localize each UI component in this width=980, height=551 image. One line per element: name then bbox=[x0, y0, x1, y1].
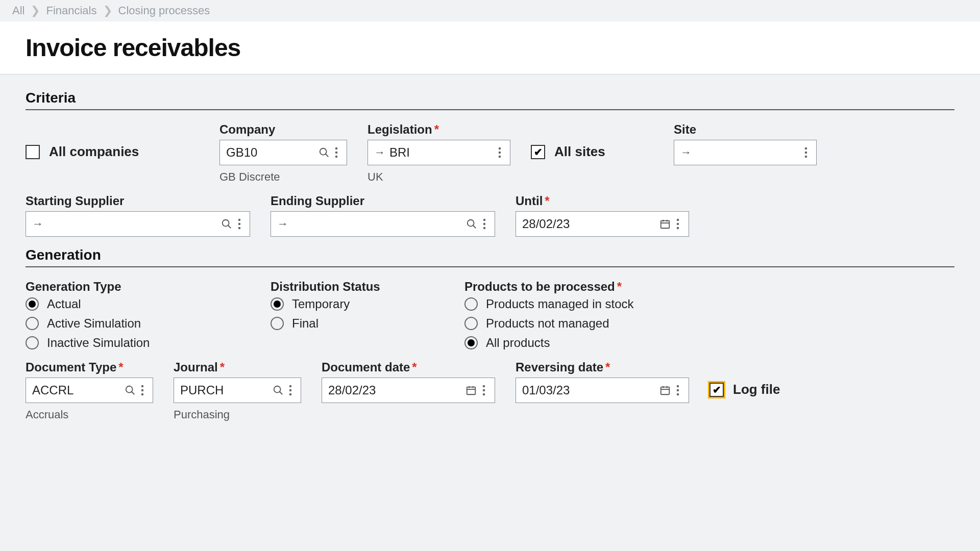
svg-point-25 bbox=[677, 219, 679, 221]
svg-point-11 bbox=[223, 220, 229, 227]
svg-point-49 bbox=[677, 385, 679, 388]
section-title-criteria: Criteria bbox=[26, 90, 954, 106]
breadcrumb-item-all[interactable]: All bbox=[12, 4, 24, 17]
page-header: Invoice receivables bbox=[0, 21, 980, 74]
legislation-hint: UK bbox=[368, 170, 510, 184]
arrow-right-icon: → bbox=[374, 146, 385, 159]
more-icon[interactable] bbox=[672, 216, 684, 232]
all-companies-field: All companies bbox=[26, 144, 199, 160]
reversing-date-field: Reversing date* bbox=[516, 360, 689, 403]
ending-supplier-input[interactable] bbox=[292, 217, 465, 231]
all-companies-label: All companies bbox=[49, 144, 139, 160]
search-icon[interactable] bbox=[273, 383, 285, 398]
all-sites-label: All sites bbox=[554, 144, 605, 160]
generation-type-field: Generation Type Actual Active Simulation… bbox=[26, 280, 250, 350]
company-input-wrap bbox=[219, 140, 347, 165]
svg-point-20 bbox=[483, 227, 486, 230]
legislation-input[interactable] bbox=[389, 145, 494, 160]
more-icon[interactable] bbox=[800, 145, 812, 160]
more-icon[interactable] bbox=[330, 145, 342, 160]
site-input[interactable] bbox=[696, 145, 800, 160]
calendar-icon[interactable] bbox=[659, 216, 672, 232]
starting-supplier-input[interactable] bbox=[47, 217, 220, 231]
distribution-status-field: Distribution Status Temporary Final bbox=[271, 280, 444, 331]
document-date-label: Document date* bbox=[322, 360, 495, 374]
reversing-date-input[interactable] bbox=[522, 383, 659, 397]
reversing-date-label: Reversing date* bbox=[516, 360, 689, 374]
svg-point-43 bbox=[483, 389, 485, 392]
legislation-field: Legislation* → UK bbox=[368, 122, 510, 184]
more-icon[interactable] bbox=[136, 383, 149, 398]
search-icon[interactable] bbox=[318, 145, 331, 160]
log-file-field: Log file bbox=[709, 382, 780, 397]
more-icon[interactable] bbox=[233, 216, 246, 232]
products-option-managed[interactable]: Products managed in stock bbox=[464, 297, 689, 311]
document-date-field: Document date* bbox=[322, 360, 495, 403]
svg-point-26 bbox=[677, 223, 679, 226]
products-option-not-managed[interactable]: Products not managed bbox=[464, 316, 689, 331]
journal-input-wrap bbox=[174, 378, 301, 403]
svg-point-8 bbox=[805, 147, 807, 150]
svg-point-5 bbox=[499, 147, 501, 150]
svg-point-32 bbox=[141, 393, 144, 396]
svg-point-31 bbox=[141, 389, 144, 392]
company-label: Company bbox=[219, 122, 347, 137]
more-icon[interactable] bbox=[478, 216, 491, 232]
journal-label: Journal* bbox=[174, 360, 301, 374]
products-label: Products to be processed* bbox=[464, 280, 689, 294]
log-file-checkbox[interactable] bbox=[709, 383, 724, 397]
until-input-wrap bbox=[516, 211, 689, 237]
document-date-input[interactable] bbox=[328, 383, 465, 397]
chevron-right-icon: ❯ bbox=[31, 4, 40, 17]
document-type-input[interactable] bbox=[32, 383, 125, 397]
ending-supplier-label: Ending Supplier bbox=[271, 194, 495, 208]
gen-type-option-actual[interactable]: Actual bbox=[26, 297, 250, 311]
starting-supplier-label: Starting Supplier bbox=[26, 194, 250, 208]
svg-point-30 bbox=[141, 385, 144, 388]
until-input[interactable] bbox=[522, 217, 659, 231]
more-icon[interactable] bbox=[672, 383, 684, 398]
document-type-label: Document Type* bbox=[26, 360, 153, 374]
more-icon[interactable] bbox=[494, 145, 506, 160]
svg-point-10 bbox=[805, 156, 807, 158]
svg-point-42 bbox=[483, 385, 485, 388]
svg-line-29 bbox=[132, 392, 135, 395]
more-icon[interactable] bbox=[284, 383, 297, 398]
section-divider bbox=[26, 266, 954, 267]
company-input[interactable] bbox=[226, 145, 318, 160]
breadcrumb-item-closing[interactable]: Closing processes bbox=[118, 4, 210, 17]
search-icon[interactable] bbox=[220, 216, 233, 232]
svg-rect-45 bbox=[661, 387, 670, 395]
gen-type-option-inactive-sim[interactable]: Inactive Simulation bbox=[26, 336, 250, 350]
starting-supplier-field: Starting Supplier → bbox=[26, 194, 250, 237]
journal-input[interactable] bbox=[180, 383, 273, 397]
calendar-icon[interactable] bbox=[659, 383, 672, 398]
products-option-all[interactable]: All products bbox=[464, 336, 689, 350]
dist-status-option-temporary[interactable]: Temporary bbox=[271, 297, 444, 311]
reversing-date-input-wrap bbox=[516, 378, 689, 403]
ending-supplier-input-wrap: → bbox=[271, 211, 495, 237]
svg-point-18 bbox=[483, 219, 486, 221]
svg-point-50 bbox=[677, 389, 679, 392]
calendar-icon[interactable] bbox=[465, 383, 478, 398]
section-title-generation: Generation bbox=[26, 247, 954, 263]
more-icon[interactable] bbox=[478, 383, 491, 398]
svg-line-34 bbox=[280, 392, 283, 395]
all-companies-checkbox[interactable] bbox=[26, 145, 40, 159]
document-date-input-wrap bbox=[322, 378, 495, 403]
svg-point-36 bbox=[289, 389, 292, 392]
company-field: Company GB Discrete bbox=[219, 122, 347, 184]
svg-point-27 bbox=[677, 227, 679, 230]
breadcrumb: All ❯ Financials ❯ Closing processes bbox=[0, 0, 980, 21]
dist-status-option-final[interactable]: Final bbox=[271, 316, 444, 331]
svg-line-17 bbox=[473, 226, 476, 229]
journal-hint: Purchasing bbox=[174, 408, 301, 421]
gen-type-option-active-sim[interactable]: Active Simulation bbox=[26, 316, 250, 331]
breadcrumb-item-financials[interactable]: Financials bbox=[46, 4, 96, 17]
all-sites-checkbox[interactable] bbox=[531, 145, 545, 159]
document-type-field: Document Type* Accruals bbox=[26, 360, 153, 421]
log-file-label: Log file bbox=[733, 382, 780, 397]
search-icon[interactable] bbox=[125, 383, 137, 398]
svg-point-3 bbox=[335, 152, 338, 154]
search-icon[interactable] bbox=[465, 216, 478, 232]
